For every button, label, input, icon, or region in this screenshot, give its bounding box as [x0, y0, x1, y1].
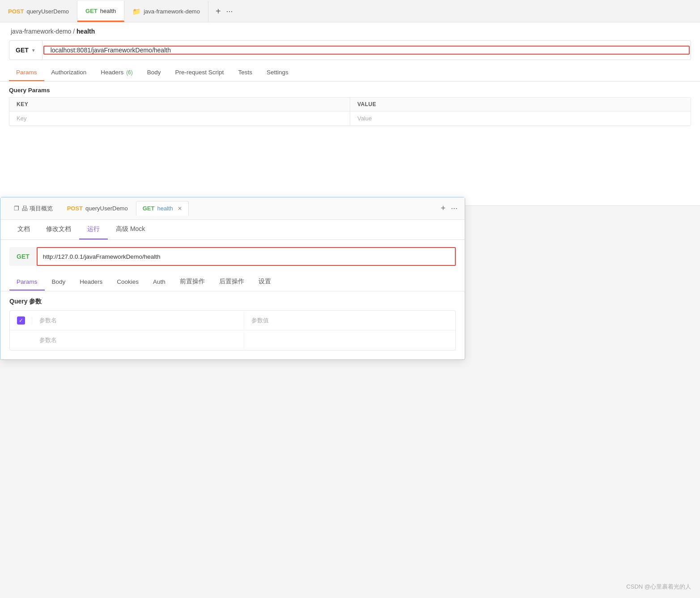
more-options-icon[interactable]: ··· [451, 204, 458, 213]
postman-tab-bar: POST queryUserDemo GET health 📁 java-fra… [0, 0, 700, 22]
tab1-label: queryUserDemo [26, 8, 69, 15]
params-table-header: KEY VALUE [9, 98, 691, 111]
tab-prerequest[interactable]: Pre-request Script [168, 64, 231, 81]
apifox-tab-add[interactable]: + ··· [441, 204, 458, 213]
tab-tests[interactable]: Tests [231, 64, 259, 81]
overview-label: 品 项目概览 [22, 205, 53, 213]
apifox-method-label: GET [9, 247, 37, 266]
apifox-params-tab-auth[interactable]: Auth [146, 274, 173, 290]
tab-actions: + ··· [208, 1, 240, 22]
value-header: VALUE [350, 98, 691, 111]
query-params-title: Query Params [0, 81, 700, 97]
url-input[interactable] [51, 47, 683, 54]
apifox-row1-checkbox-cell: ✓ [10, 316, 32, 325]
breadcrumb-separator: / [73, 28, 76, 35]
value-cell: Value [350, 111, 691, 125]
apifox-url-box[interactable]: http://127.0.0.1/javaFrameworkDemo/healt… [37, 247, 456, 266]
tab-headers[interactable]: Headers (6) [93, 64, 140, 81]
subtab-run[interactable]: 运行 [79, 220, 108, 239]
apifox-row1-checkbox[interactable]: ✓ [17, 316, 25, 325]
tab-get-health[interactable]: GET health [77, 1, 124, 22]
selected-method: GET [16, 47, 29, 54]
breadcrumb-current: health [76, 28, 95, 35]
apifox-row2-value [244, 336, 456, 345]
breadcrumb-parent[interactable]: java-framework-demo [11, 28, 71, 35]
apifox-overview-button[interactable]: ❐ 品 项目概览 [8, 202, 59, 215]
overview-icon: ❐ [14, 205, 19, 212]
params-row-1: Key Value [9, 111, 691, 126]
apifox-tab-close-icon[interactable]: ✕ [178, 205, 182, 212]
apifox-params-tab-headers[interactable]: Headers [72, 274, 110, 290]
apifox-tab-get[interactable]: GET health ✕ [136, 201, 189, 216]
apifox-row2-key[interactable]: 参数名 [32, 332, 244, 349]
apifox-post-method: POST [67, 205, 83, 212]
apifox-tab-post[interactable]: POST queryUserDemo [61, 201, 134, 215]
apifox-params-row-2: 参数名 [10, 330, 455, 350]
apifox-params-tab-pre[interactable]: 前置操作 [173, 273, 212, 291]
tab-folder[interactable]: 📁 java-framework-demo [124, 1, 208, 22]
postman-area: POST queryUserDemo GET health 📁 java-fra… [0, 0, 700, 206]
tab3-label: java-framework-demo [144, 8, 200, 15]
apifox-url-text: http://127.0.0.1/javaFrameworkDemo/healt… [43, 253, 161, 260]
headers-badge: (6) [126, 69, 133, 76]
url-input-container [43, 46, 690, 55]
apifox-params-tab-params[interactable]: Params [9, 274, 45, 290]
key-header: KEY [9, 98, 350, 111]
subtab-edit-doc[interactable]: 修改文档 [38, 220, 79, 239]
tab-settings[interactable]: Settings [259, 64, 296, 81]
apifox-get-label: health [157, 205, 173, 212]
add-tab-button[interactable]: + [216, 6, 221, 17]
apifox-row1-key[interactable]: 参数名 [32, 312, 244, 329]
apifox-subtabs: 文档 修改文档 运行 高级 Mock [0, 220, 465, 240]
tab-authorization[interactable]: Authorization [44, 64, 94, 81]
subtab-mock[interactable]: 高级 Mock [108, 220, 153, 239]
folder-icon: 📁 [132, 8, 141, 16]
key-cell: Key [9, 111, 350, 125]
request-line: GET ▼ [9, 40, 691, 60]
apifox-post-label: queryUserDemo [85, 205, 128, 212]
apifox-tabbar: ❐ 品 项目概览 POST queryUserDemo GET health ✕… [0, 197, 465, 220]
apifox-panel: ❐ 品 项目概览 POST queryUserDemo GET health ✕… [0, 197, 465, 360]
apifox-params-tab-post[interactable]: 后置操作 [212, 273, 251, 291]
tab-params[interactable]: Params [9, 64, 44, 81]
breadcrumb: java-framework-demo / health [0, 22, 700, 40]
apifox-params-row-1: ✓ 参数名 参数值 [10, 311, 455, 330]
post-method-badge: POST [8, 8, 24, 15]
apifox-params-table: ✓ 参数名 参数值 参数名 [9, 310, 456, 350]
method-selector[interactable]: GET ▼ [9, 41, 42, 60]
tab2-label: health [100, 8, 116, 14]
apifox-params-tab-settings[interactable]: 设置 [251, 273, 278, 291]
tab-post-queryuserdemo[interactable]: POST queryUserDemo [0, 1, 77, 22]
apifox-params-tab-body[interactable]: Body [45, 274, 73, 290]
apifox-params-tabs: Params Body Headers Cookies Auth 前置操作 后置… [0, 273, 465, 291]
apifox-query-params-title: Query 参数 [0, 291, 465, 310]
params-table: KEY VALUE Key Value [9, 97, 691, 126]
tab-body[interactable]: Body [140, 64, 168, 81]
apifox-params-tab-cookies[interactable]: Cookies [110, 274, 146, 290]
apifox-request-line: GET http://127.0.0.1/javaFrameworkDemo/h… [9, 247, 456, 266]
apifox-get-method: GET [143, 205, 155, 212]
csdn-watermark: CSDN @心里裹着光的人 [626, 583, 691, 591]
apifox-row1-value[interactable]: 参数值 [244, 312, 456, 329]
add-tab-icon[interactable]: + [441, 204, 445, 213]
more-tabs-button[interactable]: ··· [226, 7, 233, 16]
chevron-down-icon: ▼ [31, 48, 36, 53]
request-tabs: Params Authorization Headers (6) Body Pr… [0, 64, 700, 81]
get-method-badge: GET [85, 8, 98, 14]
subtab-doc[interactable]: 文档 [9, 220, 38, 239]
